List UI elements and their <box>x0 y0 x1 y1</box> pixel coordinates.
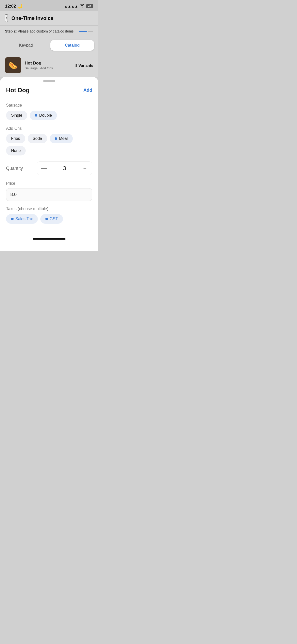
bottom-sheet: Hot Dog Add Sausage Single Double Add On… <box>0 77 98 251</box>
wifi-icon <box>80 4 85 8</box>
sheet-handle-area <box>0 77 98 84</box>
chip-single-label: Single <box>11 113 22 118</box>
chip-double-label: Double <box>39 113 52 118</box>
quantity-increment-button[interactable]: + <box>78 162 92 175</box>
chip-double-dot <box>35 114 37 117</box>
price-input[interactable] <box>6 188 92 201</box>
back-button[interactable]: ‹ <box>5 14 8 22</box>
chip-sales-tax-label: Sales Tax <box>15 217 33 221</box>
status-time: 12:02 🌙 <box>5 4 22 9</box>
signal-icon: ▲▲▲▲ <box>64 4 78 8</box>
header-divider <box>6 98 92 98</box>
add-item-button[interactable]: Add <box>83 88 92 93</box>
chip-sales-tax[interactable]: Sales Tax <box>6 214 38 224</box>
catalog-emoji: 🌭 <box>9 61 18 70</box>
step-progress-active <box>79 31 87 32</box>
sheet-header: Hot Dog Add <box>6 87 92 94</box>
step-description: Step 2: Please add custom or catalog ite… <box>5 29 74 33</box>
battery-icon: 44 <box>86 4 93 8</box>
sheet-title: Hot Dog <box>6 87 29 94</box>
chip-soda[interactable]: Soda <box>28 134 47 143</box>
chip-double[interactable]: Double <box>30 111 57 120</box>
chip-none-label: None <box>11 148 21 153</box>
chip-single[interactable]: Single <box>6 111 27 120</box>
chip-meal-label: Meal <box>59 136 68 141</box>
page-header: ‹ One-Time Invoice <box>0 11 98 26</box>
taxes-label: Taxes (choose multiple) <box>6 207 92 211</box>
home-bar <box>33 238 65 240</box>
home-indicator <box>0 236 98 241</box>
catalog-thumbnail: 🌭 <box>5 57 21 73</box>
chip-meal[interactable]: Meal <box>50 134 73 143</box>
tab-row: Keypad Catalog <box>0 37 98 54</box>
quantity-value: 3 <box>51 165 78 172</box>
sausage-label: Sausage <box>6 103 92 108</box>
chip-sales-tax-dot <box>11 218 14 220</box>
quantity-row: Quantity — 3 + <box>6 162 92 175</box>
chip-gst-label: GST <box>50 217 58 221</box>
tab-catalog[interactable]: Catalog <box>50 40 94 51</box>
status-icons: ▲▲▲▲ 44 <box>64 4 93 8</box>
chip-gst-dot <box>45 218 48 220</box>
quantity-decrement-button[interactable]: — <box>37 162 51 175</box>
status-bar: 12:02 🌙 ▲▲▲▲ 44 <box>0 0 98 11</box>
page-title: One-Time Invoice <box>11 15 53 21</box>
price-label: Price <box>6 181 92 186</box>
catalog-info: Hot Dog Sausage | Add Ons <box>25 61 72 70</box>
quantity-label: Quantity <box>6 166 23 171</box>
catalog-item-row[interactable]: 🌭 Hot Dog Sausage | Add Ons 8 Variants <box>0 54 98 77</box>
step-progress-inactive <box>88 31 93 32</box>
step-progress <box>79 31 93 32</box>
chip-meal-dot <box>55 137 57 140</box>
step-bar: Step 2: Please add custom or catalog ite… <box>0 26 98 37</box>
chip-fries[interactable]: Fries <box>6 134 25 143</box>
catalog-item-subtitle: Sausage | Add Ons <box>25 66 72 70</box>
tax-options: Sales Tax GST <box>6 214 92 224</box>
quantity-control: — 3 + <box>37 162 92 175</box>
catalog-item-name: Hot Dog <box>25 61 72 66</box>
addons-label: Add Ons <box>6 126 92 131</box>
chip-gst[interactable]: GST <box>40 214 63 224</box>
addon-options: Fries Soda Meal None <box>6 134 92 155</box>
tab-keypad[interactable]: Keypad <box>4 40 48 51</box>
sausage-options: Single Double <box>6 111 92 120</box>
chip-none[interactable]: None <box>6 146 26 155</box>
chip-fries-label: Fries <box>11 136 20 141</box>
chip-soda-label: Soda <box>33 136 42 141</box>
sheet-handle <box>43 80 55 82</box>
catalog-variants-count: 8 Variants <box>75 63 93 68</box>
sheet-content: Hot Dog Add Sausage Single Double Add On… <box>0 84 98 236</box>
